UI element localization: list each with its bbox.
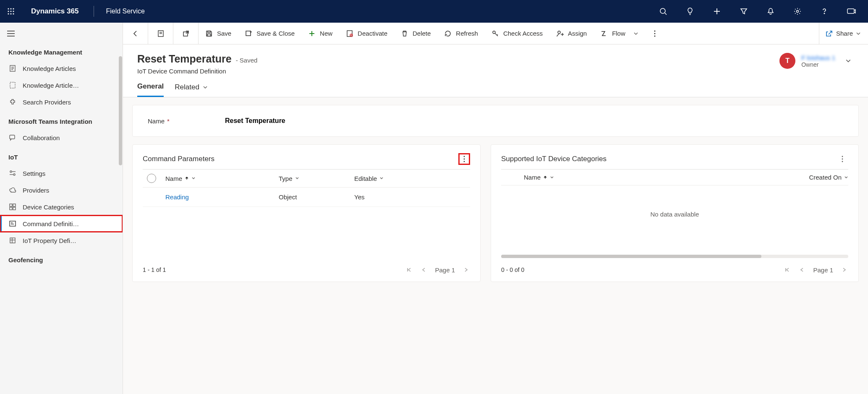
sidebar-item-knowledge-articles[interactable]: Knowledge Articles: [0, 60, 123, 77]
sidebar-item-label: Collaboration: [23, 134, 60, 141]
delete-button[interactable]: Delete: [394, 23, 437, 44]
sidebar-scrollbar[interactable]: [119, 56, 122, 165]
column-header-type[interactable]: Type: [279, 175, 354, 182]
column-header-created[interactable]: Created On: [700, 174, 848, 181]
panel-supported-categories: Supported IoT Device Categories Name Cre: [491, 144, 859, 282]
header-left: Dynamics 365 Field Service: [4, 5, 145, 18]
brand-label[interactable]: Dynamics 365: [31, 7, 78, 16]
panel-title: Command Parameters: [143, 155, 214, 163]
bell-icon[interactable]: [762, 3, 779, 20]
settings-gear-icon[interactable]: [789, 3, 806, 20]
sidebar-item-iot-providers[interactable]: Providers: [0, 182, 123, 198]
deactivate-label: Deactivate: [358, 30, 387, 37]
deactivate-button[interactable]: Deactivate: [339, 23, 394, 44]
svg-point-58: [464, 159, 465, 160]
help-icon[interactable]: [816, 3, 833, 20]
sidebar-item-search-providers[interactable]: Search Providers: [0, 94, 123, 110]
sidebar-item-label: Settings: [23, 170, 45, 177]
grid-footer: 0 - 0 of 0 Page 1: [501, 258, 848, 274]
next-page-icon[interactable]: [840, 266, 848, 274]
svg-rect-25: [10, 82, 15, 88]
chevron-down-icon: [632, 30, 640, 37]
sidebar-item-iot-property-definitions[interactable]: IoT Property Defi…: [0, 232, 123, 249]
svg-point-4: [10, 10, 11, 12]
sidebar-group-knowledge: Knowledge Management: [0, 41, 123, 60]
assistant-icon[interactable]: [843, 3, 860, 20]
svg-point-57: [464, 156, 465, 157]
back-button[interactable]: [123, 23, 148, 44]
share-button[interactable]: Share: [825, 30, 853, 37]
column-header-name[interactable]: Name: [524, 174, 700, 181]
prev-page-icon[interactable]: [420, 266, 428, 274]
tab-general[interactable]: General: [137, 82, 164, 97]
plus-icon: [308, 30, 316, 37]
scrollbar-thumb[interactable]: [501, 255, 761, 258]
prev-page-icon[interactable]: [798, 266, 806, 274]
more-vertical-icon: [653, 30, 656, 37]
app-launcher-icon[interactable]: [4, 5, 18, 18]
panel-more-button[interactable]: [837, 153, 848, 165]
save-button[interactable]: Save: [199, 23, 238, 44]
share-label: Share: [836, 30, 853, 37]
content-area: Save Save & Close New Deactivate Delete …: [123, 23, 868, 394]
more-commands-button[interactable]: [646, 23, 663, 44]
page-label: Page 1: [813, 266, 833, 274]
form-selector-button[interactable]: [148, 23, 173, 44]
svg-point-29: [13, 174, 15, 175]
filter-icon[interactable]: [735, 3, 752, 20]
refresh-button[interactable]: Refresh: [437, 23, 485, 44]
sidebar-item-knowledge-article-template[interactable]: Knowledge Article…: [0, 77, 123, 94]
grid-header: Name Created On: [501, 169, 848, 185]
sidebar-item-iot-settings[interactable]: Settings: [0, 165, 123, 182]
field-value-name[interactable]: Reset Temperature: [225, 117, 285, 125]
sidebar-item-collaboration[interactable]: Collaboration: [0, 129, 123, 146]
pager: Page 1: [783, 266, 848, 274]
idea-icon[interactable]: [682, 3, 698, 20]
refresh-icon: [444, 30, 452, 37]
popout-button[interactable]: [173, 23, 199, 44]
sidebar-group-teams: Microsoft Teams Integration: [0, 110, 123, 129]
next-page-icon[interactable]: [462, 266, 470, 274]
horizontal-scrollbar[interactable]: [501, 255, 848, 258]
select-all-checkbox[interactable]: [147, 174, 156, 183]
tab-label: Related: [175, 83, 199, 91]
sidebar-item-command-definitions[interactable]: Command Definiti…: [0, 215, 123, 232]
assign-button[interactable]: Assign: [549, 23, 593, 44]
check-access-button[interactable]: Check Access: [485, 23, 549, 44]
chevron-down-icon: [203, 85, 208, 90]
sort-asc-icon: [185, 176, 189, 180]
save-close-button[interactable]: Save & Close: [238, 23, 301, 44]
svg-point-8: [13, 13, 14, 14]
chevron-down-icon: [379, 176, 384, 180]
svg-point-62: [842, 161, 843, 162]
column-header-name[interactable]: Name: [165, 175, 279, 182]
table-row[interactable]: Reading Object Yes: [143, 188, 470, 207]
cell-name[interactable]: Reading: [165, 193, 279, 201]
svg-rect-26: [10, 135, 15, 139]
first-page-icon[interactable]: [783, 266, 791, 274]
sidebar-item-label: Providers: [23, 187, 49, 194]
cell-type: Object: [279, 193, 354, 201]
first-page-icon[interactable]: [405, 266, 413, 274]
chevron-down-icon[interactable]: [855, 30, 862, 37]
tab-label: General: [137, 82, 164, 91]
chevron-down-icon[interactable]: [845, 58, 851, 64]
sidebar-toggle[interactable]: [0, 26, 123, 41]
column-header-editable[interactable]: Editable: [354, 175, 470, 182]
panel-command-parameters: Command Parameters Name Typ: [132, 144, 481, 282]
add-icon[interactable]: [709, 3, 725, 20]
svg-point-56: [654, 35, 655, 37]
sort-asc-icon: [543, 175, 547, 180]
owner-label: Owner: [801, 61, 835, 68]
sidebar-item-device-categories[interactable]: Device Categories: [0, 198, 123, 215]
app-name-label[interactable]: Field Service: [106, 8, 144, 15]
new-button[interactable]: New: [301, 23, 339, 44]
tab-related[interactable]: Related: [175, 82, 208, 97]
assign-label: Assign: [568, 30, 587, 37]
flow-button[interactable]: Flow: [593, 23, 646, 44]
sidebar: Knowledge Management Knowledge Articles …: [0, 23, 123, 394]
owner-block[interactable]: T F loishaus 1 Owner: [779, 53, 854, 69]
search-icon[interactable]: [655, 3, 672, 20]
svg-point-9: [660, 8, 665, 13]
panel-more-button[interactable]: [458, 153, 470, 165]
